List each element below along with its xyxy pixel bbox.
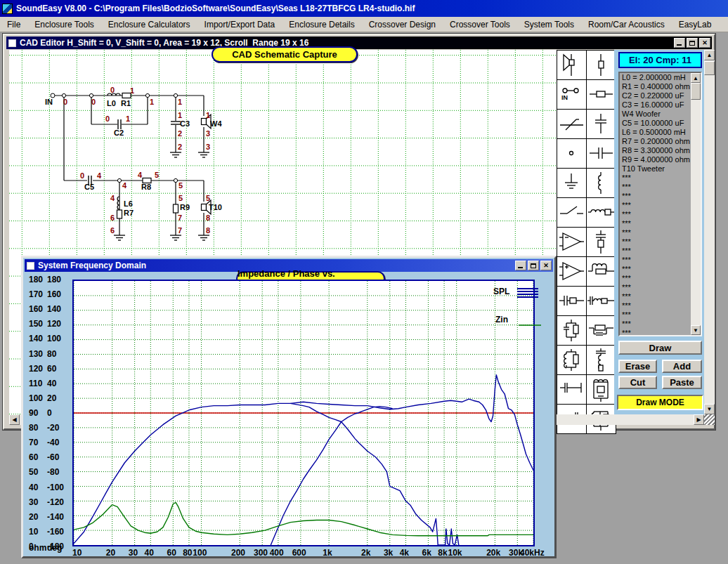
cad-minimize-button[interactable] — [674, 38, 685, 48]
component-list-item[interactable]: T10 Tweeter — [620, 164, 701, 173]
component-list-item[interactable]: C2 = 0.220000 uF — [620, 91, 701, 100]
component-list-item[interactable]: C3 = 16.00000 uF — [620, 100, 701, 110]
cut-button[interactable]: Cut — [618, 376, 657, 389]
component-list-item[interactable]: *** — [620, 329, 701, 336]
palette-trimmer-icon[interactable] — [557, 110, 586, 138]
ohm-tick-label: 70 — [29, 438, 46, 447]
freq-tick-label: 4k — [400, 548, 409, 558]
component-list[interactable]: ▲ ▼ L0 = 2.000000 mHR1 = 0.400000 ohmC2 … — [618, 72, 702, 336]
svg-text:7: 7 — [178, 226, 182, 235]
component-list-item[interactable]: *** — [620, 256, 701, 265]
palette-cap-res-par-v-icon[interactable] — [557, 316, 586, 345]
palette-cap-ind-res-h-icon[interactable] — [587, 287, 616, 315]
svg-text:8: 8 — [206, 214, 210, 222]
deg-tick-label: -140 — [47, 512, 68, 522]
menu-item-file[interactable]: File — [0, 18, 27, 31]
component-list-item[interactable]: *** — [620, 283, 701, 292]
component-list-item[interactable]: *** — [620, 265, 701, 274]
palette-inductor-res-h-icon[interactable] — [587, 198, 616, 227]
list-scrollbar-thumb[interactable] — [691, 83, 701, 100]
component-list-item[interactable]: *** — [620, 247, 701, 256]
svg-text:W4: W4 — [210, 119, 222, 128]
palette-opamp-inv-icon[interactable] — [557, 228, 586, 256]
palette-ind-res-par-h-icon[interactable] — [587, 257, 616, 286]
cad-close-button[interactable]: ✕ — [699, 38, 710, 48]
cad-maximize-button[interactable] — [687, 38, 698, 48]
component-list-item[interactable]: C5 = 10.00000 uF — [620, 119, 701, 128]
cad-titlebar[interactable]: CAD Editor H_Shift = 0, V_Shift = 0, Are… — [6, 37, 712, 49]
palette-in-terminal-icon[interactable]: IN — [557, 80, 586, 109]
menu-item-system-tools[interactable]: System Tools — [517, 18, 581, 31]
menu-item-import-export-data[interactable]: Import/Export Data — [197, 18, 282, 31]
palette-cap-res-v-icon[interactable] — [587, 228, 616, 256]
list-scroll-up-button[interactable]: ▲ — [691, 73, 701, 83]
component-list-item[interactable]: *** — [620, 237, 701, 247]
list-scrollbar-track[interactable] — [691, 83, 701, 325]
paste-button[interactable]: Paste — [662, 376, 702, 389]
palette-ind-cap-series-v-icon[interactable] — [587, 346, 616, 374]
cad-scroll-left-button[interactable]: ◀ — [9, 414, 20, 425]
list-scroll-down-button[interactable]: ▼ — [691, 325, 701, 335]
cad-scroll-down-button[interactable]: ▼ — [704, 404, 715, 414]
ohm-tick-label: 80 — [29, 423, 46, 433]
cad-resize-grip[interactable] — [704, 414, 715, 425]
freq-close-button[interactable]: ✕ — [540, 261, 552, 270]
menu-item-enclosure-tools[interactable]: Enclosure Tools — [27, 18, 101, 31]
menu-item-crossover-design[interactable]: Crossover Design — [362, 18, 443, 31]
draw-button[interactable]: Draw — [618, 341, 702, 355]
palette-res-cap-par-h-icon[interactable] — [587, 316, 616, 345]
erase-button[interactable]: Erase — [618, 360, 657, 373]
component-list-item[interactable]: R1 = 0.400000 ohm — [620, 82, 701, 91]
menu-item-crossover-tools[interactable]: Crossover Tools — [443, 18, 517, 31]
component-list-item[interactable]: *** — [620, 320, 701, 329]
component-list-item[interactable]: *** — [620, 310, 701, 320]
palette-ind-cap-res-par-icon[interactable] — [587, 375, 616, 404]
component-list-item[interactable]: *** — [620, 292, 701, 301]
palette-node-icon[interactable] — [557, 139, 586, 168]
component-list-item[interactable]: *** — [620, 183, 701, 192]
freq-minimize-button[interactable] — [515, 261, 526, 270]
component-list-item[interactable]: L0 = 2.000000 mH — [620, 73, 701, 82]
cad-vscroll-thumb[interactable] — [704, 61, 715, 75]
component-list-item[interactable]: *** — [620, 192, 701, 201]
cad-scroll-right-button[interactable]: ▶ — [694, 414, 704, 425]
palette-speaker-icon[interactable] — [557, 51, 586, 79]
component-list-item[interactable]: R7 = 0.200000 ohm — [620, 137, 701, 146]
palette-opamp-noninv-icon[interactable] — [557, 257, 586, 286]
component-list-item[interactable]: *** — [620, 210, 701, 219]
add-button[interactable]: Add — [662, 360, 702, 373]
spl-legend-icon — [517, 287, 538, 301]
palette-ground-icon[interactable] — [557, 169, 586, 197]
deg-tick-label: 40 — [47, 379, 68, 388]
palette-inductor-v-icon[interactable] — [587, 169, 616, 197]
deg-tick-label: 0 — [47, 408, 68, 418]
component-list-item[interactable]: L6 = 0.500000 mH — [620, 128, 701, 137]
component-list-item[interactable]: R9 = 4.000000 ohm — [620, 155, 701, 164]
palette-tap-icon[interactable] — [587, 51, 616, 79]
menu-item-enclosure-details[interactable]: Enclosure Details — [282, 18, 361, 31]
component-list-item[interactable]: R8 = 3.300000 ohm — [620, 146, 701, 155]
palette-resistor-h-icon[interactable] — [587, 80, 616, 109]
component-list-item[interactable]: *** — [620, 201, 701, 210]
plot-area[interactable]: SPL Zin — [72, 280, 535, 546]
palette-ind-res-par-v-icon[interactable] — [557, 346, 586, 374]
cad-scroll-up-button[interactable]: ▲ — [704, 50, 715, 60]
cad-vscrollbar[interactable]: ▲ ▼ — [704, 50, 715, 414]
freq-maximize-button[interactable] — [528, 261, 539, 270]
menu-item-room-car-acoustics[interactable]: Room/Car Acoustics — [581, 18, 672, 31]
component-list-item[interactable]: *** — [620, 228, 701, 237]
palette-switch-icon[interactable] — [557, 198, 586, 227]
palette-cap-shunt-v-icon[interactable] — [587, 110, 616, 138]
palette-cap-h-icon[interactable] — [587, 139, 616, 168]
svg-text:4: 4 — [97, 171, 102, 180]
component-list-item[interactable]: *** — [620, 219, 701, 228]
palette-cap-shunt-left-icon[interactable] — [557, 375, 586, 404]
component-list-item[interactable]: *** — [620, 173, 701, 183]
svg-text:0: 0 — [110, 86, 115, 94]
component-list-item[interactable]: *** — [620, 274, 701, 283]
component-list-item[interactable]: W4 Woofer — [620, 110, 701, 119]
component-list-item[interactable]: *** — [620, 301, 701, 310]
palette-cap-res-series-h-icon[interactable] — [557, 287, 586, 315]
menu-item-enclosure-calculators[interactable]: Enclosure Calculators — [101, 18, 197, 31]
menu-item-easylab[interactable]: EasyLab — [672, 18, 719, 31]
